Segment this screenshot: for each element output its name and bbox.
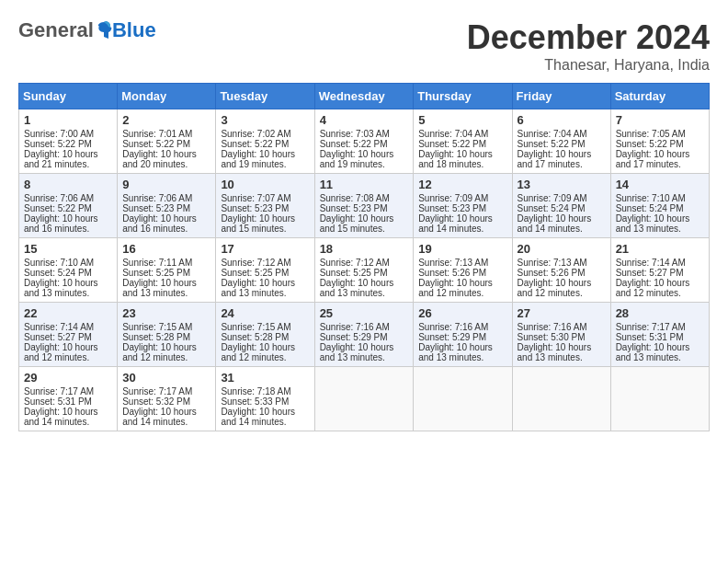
daylight: Daylight: 10 hours and 13 minutes. <box>616 342 690 362</box>
sunrise: Sunrise: 7:15 AM <box>221 322 290 332</box>
sunset: Sunset: 5:23 PM <box>122 203 190 213</box>
logo-blue: Blue <box>112 18 156 42</box>
sunrise: Sunrise: 7:11 AM <box>122 258 192 268</box>
page-header: General Blue December 2024 Thanesar, Har… <box>18 18 710 74</box>
daylight: Daylight: 10 hours and 19 minutes. <box>320 149 394 169</box>
table-row: 30Sunrise: 7:17 AMSunset: 5:32 PMDayligh… <box>118 367 216 431</box>
table-row: 16Sunrise: 7:11 AMSunset: 5:25 PMDayligh… <box>118 238 216 303</box>
sunrise: Sunrise: 7:16 AM <box>320 322 390 332</box>
sunrise: Sunrise: 7:02 AM <box>221 129 290 139</box>
day-number: 10 <box>221 178 309 191</box>
sunset: Sunset: 5:23 PM <box>418 203 486 213</box>
daylight: Daylight: 10 hours and 12 minutes. <box>221 342 295 362</box>
sunset: Sunset: 5:29 PM <box>320 332 388 342</box>
daylight: Daylight: 10 hours and 12 minutes. <box>518 278 592 298</box>
sunset: Sunset: 5:31 PM <box>24 396 92 407</box>
sunset: Sunset: 5:22 PM <box>320 139 388 149</box>
table-row: 22Sunrise: 7:14 AMSunset: 5:27 PMDayligh… <box>19 303 118 367</box>
day-number: 9 <box>122 178 210 191</box>
day-number: 29 <box>24 371 112 385</box>
table-row: 7Sunrise: 7:05 AMSunset: 5:22 PMDaylight… <box>610 109 709 174</box>
sunset: Sunset: 5:25 PM <box>320 268 388 278</box>
sunrise: Sunrise: 7:05 AM <box>616 129 686 139</box>
sunrise: Sunrise: 7:04 AM <box>518 129 587 139</box>
table-row: 4Sunrise: 7:03 AMSunset: 5:22 PMDaylight… <box>314 109 414 174</box>
sunrise: Sunrise: 7:13 AM <box>418 258 488 268</box>
calendar-header-row: Sunday Monday Tuesday Wednesday Thursday… <box>19 84 710 109</box>
table-row: 17Sunrise: 7:12 AMSunset: 5:25 PMDayligh… <box>216 238 314 303</box>
table-row <box>414 367 512 431</box>
day-number: 11 <box>320 178 409 191</box>
sunrise: Sunrise: 7:10 AM <box>24 258 94 268</box>
sunrise: Sunrise: 7:03 AM <box>320 129 390 139</box>
day-number: 24 <box>221 306 309 320</box>
day-number: 22 <box>24 306 112 320</box>
table-row: 2Sunrise: 7:01 AMSunset: 5:22 PMDaylight… <box>118 109 216 174</box>
day-number: 18 <box>320 242 409 256</box>
table-row: 18Sunrise: 7:12 AMSunset: 5:25 PMDayligh… <box>314 238 414 303</box>
table-row: 19Sunrise: 7:13 AMSunset: 5:26 PMDayligh… <box>414 238 512 303</box>
sunset: Sunset: 5:24 PM <box>616 203 684 213</box>
logo-general: General <box>18 18 94 42</box>
day-number: 3 <box>221 113 309 127</box>
daylight: Daylight: 10 hours and 15 minutes. <box>221 213 295 234</box>
daylight: Daylight: 10 hours and 16 minutes. <box>24 213 98 234</box>
sunset: Sunset: 5:22 PM <box>518 139 586 149</box>
sunrise: Sunrise: 7:04 AM <box>418 129 488 139</box>
sunset: Sunset: 5:27 PM <box>616 268 684 278</box>
table-row: 14Sunrise: 7:10 AMSunset: 5:24 PMDayligh… <box>610 174 709 238</box>
day-number: 19 <box>418 242 506 256</box>
day-number: 21 <box>616 242 704 256</box>
location: Thanesar, Haryana, India <box>467 57 710 74</box>
table-row: 21Sunrise: 7:14 AMSunset: 5:27 PMDayligh… <box>610 238 709 303</box>
col-wednesday: Wednesday <box>314 84 414 109</box>
sunrise: Sunrise: 7:17 AM <box>616 322 686 332</box>
table-row <box>314 367 414 431</box>
daylight: Daylight: 10 hours and 12 minutes. <box>24 342 98 362</box>
sunset: Sunset: 5:24 PM <box>518 203 586 213</box>
sunrise: Sunrise: 7:07 AM <box>221 193 290 203</box>
daylight: Daylight: 10 hours and 12 minutes. <box>122 342 197 362</box>
day-number: 14 <box>616 178 704 191</box>
day-number: 28 <box>616 306 704 320</box>
col-thursday: Thursday <box>414 84 512 109</box>
daylight: Daylight: 10 hours and 13 minutes. <box>221 278 295 298</box>
sunrise: Sunrise: 7:00 AM <box>24 129 94 139</box>
table-row: 29Sunrise: 7:17 AMSunset: 5:31 PMDayligh… <box>19 367 118 431</box>
daylight: Daylight: 10 hours and 19 minutes. <box>221 149 295 169</box>
sunset: Sunset: 5:30 PM <box>518 332 586 342</box>
sunrise: Sunrise: 7:15 AM <box>122 322 192 332</box>
day-number: 6 <box>518 113 606 127</box>
daylight: Daylight: 10 hours and 13 minutes. <box>320 278 394 298</box>
sunrise: Sunrise: 7:18 AM <box>221 386 290 396</box>
sunset: Sunset: 5:27 PM <box>24 332 92 342</box>
daylight: Daylight: 10 hours and 14 minutes. <box>122 407 197 427</box>
day-number: 7 <box>616 113 704 127</box>
day-number: 16 <box>122 242 210 256</box>
table-row <box>610 367 709 431</box>
day-number: 12 <box>418 178 506 191</box>
sunset: Sunset: 5:31 PM <box>616 332 684 342</box>
sunrise: Sunrise: 7:13 AM <box>518 258 587 268</box>
daylight: Daylight: 10 hours and 17 minutes. <box>616 149 690 169</box>
daylight: Daylight: 10 hours and 14 minutes. <box>24 407 98 427</box>
daylight: Daylight: 10 hours and 13 minutes. <box>122 278 197 298</box>
sunset: Sunset: 5:24 PM <box>24 268 92 278</box>
sunset: Sunset: 5:22 PM <box>616 139 684 149</box>
day-number: 4 <box>320 113 409 127</box>
table-row: 6Sunrise: 7:04 AMSunset: 5:22 PMDaylight… <box>512 109 610 174</box>
sunrise: Sunrise: 7:06 AM <box>122 193 192 203</box>
day-number: 25 <box>320 306 409 320</box>
sunrise: Sunrise: 7:01 AM <box>122 129 192 139</box>
daylight: Daylight: 10 hours and 17 minutes. <box>518 149 592 169</box>
sunrise: Sunrise: 7:12 AM <box>221 258 290 268</box>
day-number: 20 <box>518 242 606 256</box>
table-row: 24Sunrise: 7:15 AMSunset: 5:28 PMDayligh… <box>216 303 314 367</box>
sunrise: Sunrise: 7:12 AM <box>320 258 390 268</box>
sunrise: Sunrise: 7:10 AM <box>616 193 686 203</box>
daylight: Daylight: 10 hours and 14 minutes. <box>418 213 493 234</box>
table-row: 25Sunrise: 7:16 AMSunset: 5:29 PMDayligh… <box>314 303 414 367</box>
table-row <box>512 367 610 431</box>
sunrise: Sunrise: 7:14 AM <box>24 322 94 332</box>
table-row: 8Sunrise: 7:06 AMSunset: 5:22 PMDaylight… <box>19 174 118 238</box>
